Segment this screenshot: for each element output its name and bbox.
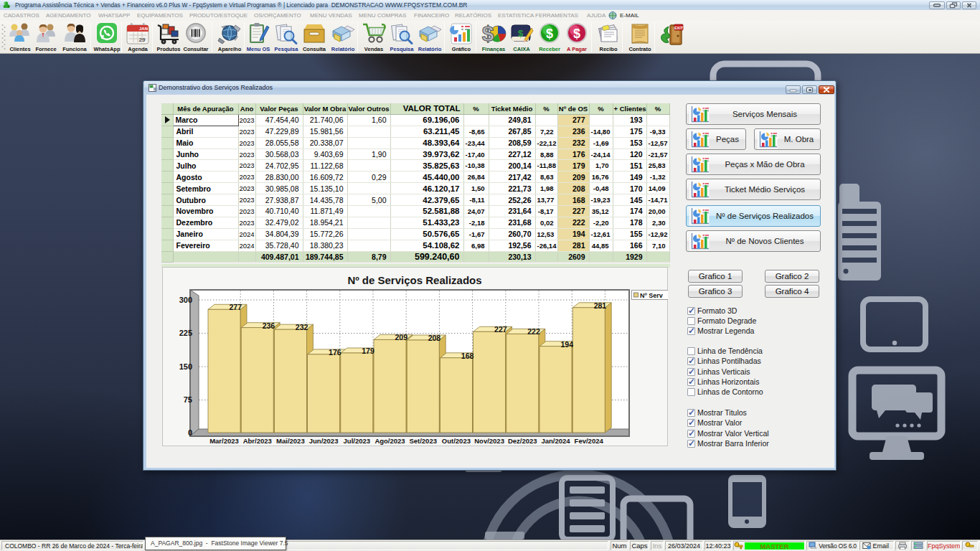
svg-text:179: 179 <box>362 347 374 355</box>
svg-text:Ago/2023: Ago/2023 <box>374 437 405 445</box>
svg-text:281: 281 <box>594 301 607 310</box>
svg-text:Jul/2023: Jul/2023 <box>344 437 371 445</box>
svg-text:Mai/2023: Mai/2023 <box>276 437 305 445</box>
svg-text:Nov/2023: Nov/2023 <box>474 437 504 445</box>
svg-text:$: $ <box>546 27 553 41</box>
svg-text:Abr/2023: Abr/2023 <box>243 437 272 445</box>
svg-text:168: 168 <box>461 352 474 360</box>
svg-text:Mar/2023: Mar/2023 <box>209 437 239 445</box>
svg-text:Dez/2023: Dez/2023 <box>508 437 537 445</box>
svg-text:Jun/2023: Jun/2023 <box>309 437 339 445</box>
svg-text:277: 277 <box>229 303 242 311</box>
svg-text:$: $ <box>573 27 580 41</box>
svg-text:225: 225 <box>179 329 192 337</box>
svg-text:208: 208 <box>428 334 441 342</box>
svg-text:$: $ <box>482 22 494 45</box>
svg-text:236: 236 <box>263 321 275 330</box>
svg-text:29: 29 <box>139 37 146 43</box>
svg-text:Jan/2024: Jan/2024 <box>541 437 570 445</box>
svg-text:194: 194 <box>560 340 573 349</box>
svg-text:75: 75 <box>184 395 192 404</box>
svg-text:227: 227 <box>494 325 507 334</box>
svg-text:Set/2023: Set/2023 <box>409 437 437 445</box>
svg-text:176: 176 <box>329 348 341 357</box>
svg-text:232: 232 <box>296 323 308 331</box>
svg-text:0: 0 <box>188 428 192 437</box>
svg-text:EXIT: EXIT <box>674 26 684 30</box>
svg-text:150: 150 <box>179 362 192 371</box>
svg-text:$: $ <box>518 28 524 39</box>
svg-text:222: 222 <box>527 327 540 336</box>
svg-text:Nº de Serviços Realizados: Nº de Serviços Realizados <box>347 274 481 286</box>
svg-text:JAN: JAN <box>139 27 148 31</box>
svg-text:209: 209 <box>395 333 407 342</box>
svg-text:Out/2023: Out/2023 <box>442 437 471 445</box>
svg-text:Nº Serv: Nº Serv <box>640 292 663 299</box>
svg-text:Fev/2024: Fev/2024 <box>575 437 604 445</box>
svg-text:300: 300 <box>179 296 192 304</box>
